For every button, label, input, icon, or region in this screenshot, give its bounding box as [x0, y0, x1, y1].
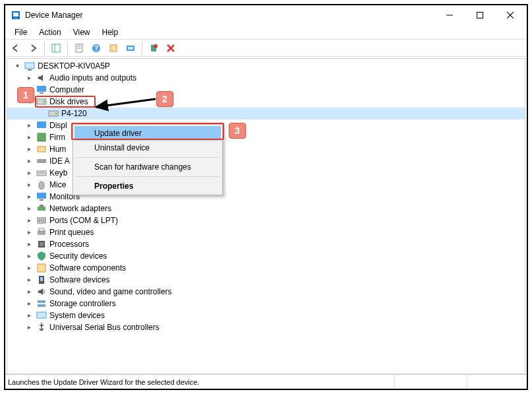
expand-icon[interactable]: ▸ — [24, 311, 34, 320]
svg-rect-24 — [40, 92, 44, 94]
device-tree[interactable]: ▾ DESKTOP-KIV0A5P ▸ Audio inputs and out… — [7, 58, 525, 374]
svg-rect-23 — [37, 86, 46, 92]
maximize-button[interactable] — [465, 5, 495, 25]
menu-bar: File Action View Help — [5, 25, 527, 39]
properties-button[interactable] — [71, 41, 87, 55]
svg-rect-47 — [40, 242, 44, 246]
forward-button[interactable] — [25, 41, 41, 55]
toolbar-separator — [67, 42, 68, 55]
expand-icon[interactable]: ▸ — [24, 73, 34, 82]
mouse-icon — [36, 180, 47, 190]
tree-item-security[interactable]: ▸ Security devices — [7, 250, 525, 262]
tree-item-label: System devices — [49, 310, 105, 321]
context-menu: Update driver Uninstall device Scan for … — [73, 124, 223, 195]
tree-item-label: Storage controllers — [49, 298, 116, 310]
help-button[interactable]: ? — [88, 41, 104, 55]
expand-icon[interactable]: ▸ — [24, 145, 34, 154]
title-bar: Device Manager — [5, 5, 527, 25]
expand-icon[interactable]: ▸ — [24, 299, 34, 308]
expand-icon[interactable]: ▸ — [24, 180, 34, 189]
expand-icon[interactable]: ▸ — [24, 133, 34, 142]
annotation-label-1: 1 — [17, 87, 34, 103]
svg-rect-2 — [15, 17, 17, 18]
enable-device-button[interactable] — [146, 41, 162, 55]
context-separator — [76, 157, 220, 158]
svg-rect-48 — [38, 264, 45, 272]
tree-item-p4-120[interactable]: ▸ P4-120 — [7, 108, 525, 119]
tree-item-computer[interactable]: ▸ Computer — [7, 84, 525, 96]
tree-item-print-queues[interactable]: ▸ Print queues — [7, 226, 525, 238]
tree-item-sound[interactable]: ▸ Sound, video and game controllers — [7, 286, 525, 298]
expand-icon[interactable]: ▸ — [24, 121, 34, 130]
expand-icon[interactable]: ▸ — [24, 323, 34, 332]
context-properties[interactable]: Properties — [74, 179, 221, 193]
expand-icon[interactable]: ▸ — [24, 192, 34, 201]
svg-point-26 — [44, 101, 45, 103]
tree-item-label: Print queues — [49, 226, 94, 238]
tree-item-label: Hum — [49, 143, 66, 155]
svg-rect-53 — [37, 312, 46, 318]
scan-hardware-button[interactable] — [123, 41, 138, 55]
tree-item-disk-drives[interactable]: ▾ Disk drives — [7, 96, 525, 108]
tree-item-ports[interactable]: ▸ Ports (COM & LPT) — [7, 214, 525, 226]
menu-help[interactable]: Help — [97, 27, 124, 38]
svg-rect-31 — [38, 147, 45, 152]
tree-item-audio[interactable]: ▸ Audio inputs and outputs — [7, 72, 525, 84]
expand-icon[interactable]: ▸ — [24, 156, 34, 166]
close-button[interactable] — [495, 5, 525, 25]
expand-icon[interactable]: ▸ — [24, 240, 34, 249]
menu-file[interactable]: File — [9, 27, 32, 38]
expand-icon[interactable]: ▸ — [24, 263, 34, 273]
svg-point-18 — [154, 44, 158, 48]
context-scan-hardware[interactable]: Scan for hardware changes — [74, 160, 221, 174]
context-update-driver[interactable]: Update driver — [74, 126, 221, 141]
svg-point-42 — [41, 220, 42, 221]
tree-item-label: Ports (COM & LPT) — [49, 214, 118, 226]
context-uninstall-device[interactable]: Uninstall device — [74, 141, 221, 155]
toolbar: ? — [5, 39, 527, 57]
tree-root[interactable]: ▾ DESKTOP-KIV0A5P — [7, 60, 525, 72]
collapse-icon[interactable]: ▾ — [13, 61, 22, 71]
context-separator — [76, 176, 220, 177]
software-device-icon — [36, 275, 47, 285]
tree-item-network[interactable]: ▸ Network adapters — [7, 203, 525, 214]
tree-item-label: Software components — [49, 262, 126, 274]
svg-rect-29 — [37, 121, 46, 128]
window-title: Device Manager — [25, 11, 82, 20]
tree-item-label: Firm — [49, 131, 65, 143]
tree-item-label: Audio inputs and outputs — [49, 72, 136, 84]
tree-item-software-devices[interactable]: ▸ Software devices — [7, 274, 525, 286]
svg-rect-39 — [40, 205, 44, 207]
tree-item-software-components[interactable]: ▸ Software components — [7, 262, 525, 274]
tree-item-storage[interactable]: ▸ Storage controllers — [7, 298, 525, 310]
status-cell-3 — [467, 375, 527, 389]
minimize-button[interactable] — [434, 5, 465, 25]
tree-item-usb[interactable]: ▸ Universal Serial Bus controllers — [7, 321, 525, 333]
expand-icon[interactable]: ▸ — [24, 168, 34, 178]
storage-icon — [36, 298, 47, 309]
ports-icon — [36, 215, 47, 226]
expand-icon[interactable]: ▸ — [24, 228, 34, 237]
tree-item-processors[interactable]: ▸ Processors — [7, 238, 525, 250]
action-button[interactable] — [105, 41, 121, 55]
expand-icon[interactable]: ▸ — [24, 275, 34, 284]
menu-action[interactable]: Action — [34, 27, 66, 38]
tree-item-label: P4-120 — [61, 108, 87, 119]
svg-point-35 — [39, 181, 44, 189]
tree-item-label: Computer — [49, 84, 84, 96]
tree-item-label: Displ — [49, 119, 67, 131]
tree-item-system[interactable]: ▸ System devices — [7, 310, 525, 321]
svg-point-28 — [55, 113, 57, 115]
svg-text:?: ? — [94, 45, 98, 52]
expand-icon[interactable]: ▸ — [24, 251, 34, 261]
app-icon — [11, 10, 21, 20]
expand-icon[interactable]: ▸ — [24, 216, 34, 225]
back-button[interactable] — [8, 41, 24, 55]
menu-view[interactable]: View — [68, 27, 96, 38]
uninstall-device-button[interactable] — [163, 41, 179, 55]
cpu-icon — [36, 239, 47, 249]
expand-icon[interactable]: ▸ — [24, 287, 34, 296]
svg-rect-50 — [40, 277, 43, 281]
show-hide-tree-button[interactable] — [48, 41, 64, 55]
expand-icon[interactable]: ▸ — [24, 204, 34, 213]
